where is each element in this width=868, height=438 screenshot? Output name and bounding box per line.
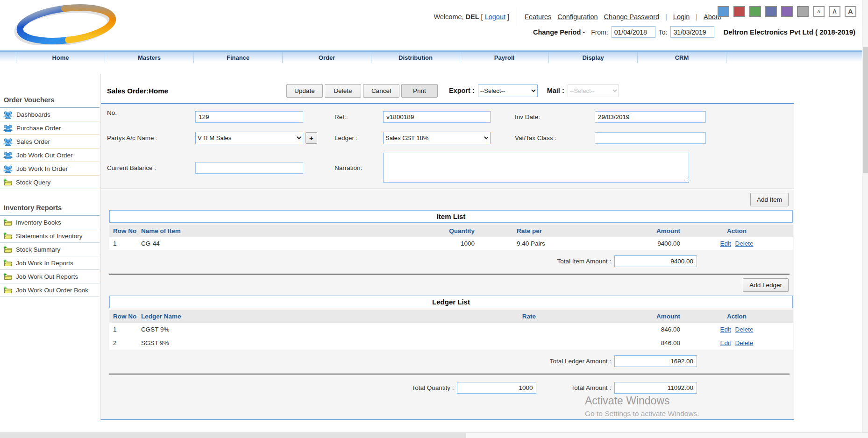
sidebar-item-job-work-out-order-book[interactable]: Job Work Out Order Book [0,283,100,297]
edit-item-link[interactable]: Edit [720,240,731,247]
col-ledger-name: Ledger Name [141,310,342,323]
period-to-input[interactable] [670,26,714,38]
print-button[interactable]: Print [401,84,438,98]
nav-order[interactable]: Order [283,52,371,63]
users-icon [3,124,13,132]
nav-display[interactable]: Display [549,52,638,63]
sidebar-item-inventory-books[interactable]: Inventory Books [0,216,100,229]
folder-add-icon [3,259,12,267]
nav-filler [726,52,862,63]
sidebar-item-label: Purchase Order [16,125,61,132]
sidebar-item-job-work-out-order[interactable]: Job Work Out Order [0,148,100,162]
current-balance-input[interactable] [195,162,303,174]
theme-swatch-slate[interactable] [765,6,777,17]
change-password-link[interactable]: Change Password [604,13,660,21]
sidebar-item-statements-of-inventory[interactable]: Statements of Inventory [0,229,100,243]
no-input[interactable] [195,111,303,123]
sidebar-item-label: Inventory Books [16,219,61,226]
sidebar-item-stock-query[interactable]: Stock Query [0,176,100,189]
ledger-amount: 846.00 [536,323,680,336]
ledger-amount: 846.00 [536,336,680,350]
col-name-of-item: Name of Item [141,225,337,237]
total-item-amount-input[interactable] [614,255,697,267]
horizontal-scrollbar-thumb[interactable] [0,433,466,438]
col-amount: Amount [536,310,680,323]
total-ledger-amount-row: Total Ledger Amount : [101,355,794,367]
sidebar-item-dashboards[interactable]: Dashboards [0,108,100,121]
theme-swatch-gray[interactable] [797,6,809,17]
theme-swatch-blue[interactable] [718,6,729,17]
item-name: CG-44 [141,237,337,250]
sidebar: Order Vouchers Dashboards Purchase Order… [0,74,100,297]
update-button[interactable]: Update [286,84,323,98]
narration-textarea[interactable] [383,153,689,183]
delete-button[interactable]: Delete [325,84,361,98]
nav-distribution[interactable]: Distribution [371,52,460,63]
nav-home[interactable]: Home [16,52,105,63]
delete-ledger-link[interactable]: Delete [735,339,754,346]
sidebar-item-sales-order[interactable]: Sales Order [0,135,100,148]
nav-crm[interactable]: CRM [638,52,726,63]
add-item-button[interactable]: Add Item [750,193,789,206]
item-list-table: Row No Name of Item Quantity Rate per Am… [109,225,793,250]
delete-item-link[interactable]: Delete [735,240,754,247]
edit-ledger-link[interactable]: Edit [720,326,731,333]
font-size-medium-button[interactable]: A [829,6,840,17]
ledger-row: 2 SGST 9% 846.00 Edit Delete [109,336,793,350]
ledger-row-no: 2 [109,336,141,350]
theme-swatch-green[interactable] [749,6,761,17]
add-party-button[interactable]: + [306,132,317,144]
party-field: V R M Sales + [195,132,334,144]
export-select[interactable]: --Select-- [478,85,538,97]
theme-swatch-purple[interactable] [781,6,793,17]
nav-finance[interactable]: Finance [194,52,283,63]
nav-masters[interactable]: Masters [105,52,194,63]
item-list-title: Item List [109,210,793,223]
add-ledger-button[interactable]: Add Ledger [743,278,789,292]
logout-link[interactable]: Logout [485,13,505,21]
page-title: Sales Order:Home [107,87,168,95]
sidebar-item-stock-summary[interactable]: Stock Summary [0,243,100,256]
sidebar-item-job-work-out-reports[interactable]: Job Work Out Reports [0,270,100,283]
nav-payroll[interactable]: Payroll [460,52,549,63]
features-link[interactable]: Features [525,13,551,21]
sidebar-item-label: Job Work Out Order Book [16,287,88,294]
vertical-scrollbar[interactable] [862,0,868,432]
sidebar-item-purchase-order[interactable]: Purchase Order [0,121,100,135]
total-amount-input[interactable] [614,382,697,394]
sidebar-item-job-work-in-order[interactable]: Job Work In Order [0,162,100,176]
ledger-name: CGST 9% [141,323,342,336]
total-ledger-amount-input[interactable] [614,355,697,367]
theme-swatch-red[interactable] [733,6,745,17]
ledger-row: 1 CGST 9% 846.00 Edit Delete [109,323,793,336]
font-size-large-button[interactable]: A [845,6,856,17]
delete-ledger-link[interactable]: Delete [735,326,754,333]
sidebar-item-label: Statements of Inventory [16,233,83,240]
font-size-small-button[interactable]: A [813,6,825,17]
party-select[interactable]: V R M Sales [195,132,303,144]
theme-toolbar: A A A [718,6,856,17]
account-bar: Welcome, DEL [ Logout ] Features Configu… [434,7,721,26]
login-link[interactable]: Login [673,13,690,21]
cancel-button[interactable]: Cancel [363,84,399,98]
total-quantity-input[interactable] [457,382,536,394]
inv-date-input[interactable] [595,111,706,123]
sidebar-item-job-work-in-reports[interactable]: Job Work In Reports [0,256,100,270]
vertical-scrollbar-thumb[interactable] [863,47,868,173]
configuration-link[interactable]: Configuration [557,13,598,21]
period-from-input[interactable] [612,26,655,38]
folder-add-icon [3,273,12,280]
change-period-label: Change Period - [533,28,585,36]
add-item-row: Add Item [101,189,794,210]
ref-input[interactable] [383,111,491,123]
vat-class-input[interactable] [595,132,706,144]
col-rate: Rate [342,310,536,323]
mail-select[interactable]: --Select-- [568,85,619,97]
add-ledger-row: Add Ledger [101,275,794,296]
sidebar-item-label: Job Work In Order [16,165,68,172]
ledger-select[interactable]: Sales GST 18% [383,132,491,144]
item-list-header-row: Row No Name of Item Quantity Rate per Am… [109,225,793,237]
sidebar-section-order-vouchers: Order Vouchers Dashboards Purchase Order… [0,92,100,189]
horizontal-scrollbar[interactable] [0,432,868,438]
edit-ledger-link[interactable]: Edit [720,339,731,346]
